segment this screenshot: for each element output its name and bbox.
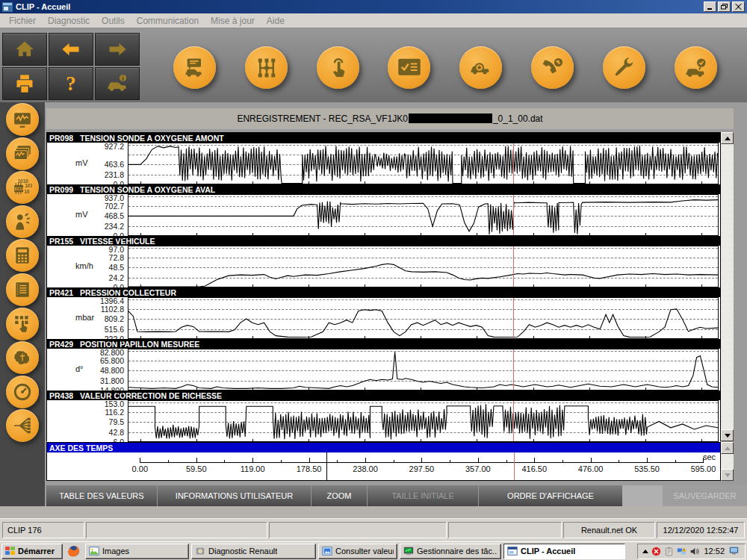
ecu-data-button[interactable]: 101010110ECU [6,171,39,204]
help-button[interactable]: ? [49,67,93,100]
action-informations-utilisateur[interactable]: INFORMATIONS UTILISATEUR [157,485,311,506]
network-warning-icon[interactable]: ! [677,547,686,556]
chart-plot[interactable] [128,194,719,236]
axis-tick-label: 234.2 [105,222,124,231]
chart-unit: mV [75,210,88,219]
menu-communication[interactable]: Communication [131,16,205,26]
menu-aide[interactable]: Aide [261,16,291,26]
printer-icon [13,73,36,94]
security-alert-icon[interactable] [651,547,661,556]
chart-axis-labels: km/h97.072.848.524.20.0 [47,246,128,287]
keypad-input-button[interactable] [6,308,39,340]
chart-plot[interactable] [128,143,719,184]
phone-support-button[interactable] [531,46,574,89]
taskbar-item-images[interactable]: Images [85,544,189,559]
axis-tick-label: 0.0 [113,231,124,240]
time-scroll-up-button[interactable] [721,442,734,454]
scrollbar-track[interactable] [721,144,734,429]
menu-mise-jour[interactable]: Mise à jour [205,16,261,26]
checklist-icon [397,57,421,79]
time-tick [252,458,253,463]
chart-plot[interactable] [128,297,719,339]
action-ordre-d-affichage[interactable]: ORDRE D'AFFICHAGE [478,485,622,506]
volume-icon[interactable] [689,547,699,556]
back-button[interactable] [49,33,93,66]
menu-outils[interactable]: Outils [96,16,131,26]
vehicle-report-button[interactable] [173,46,216,89]
time-tick [647,458,648,463]
chart-plot[interactable] [128,246,719,287]
calculator-button[interactable] [6,239,39,272]
clipboard-icon[interactable] [664,547,674,556]
start-button[interactable]: Démarrer [1,544,63,559]
chart-code: PR429 [49,340,73,349]
taskbar-item-diag[interactable]: Diagnostic Renault [191,544,316,559]
system-tray: !12:52 [637,544,746,559]
chart-plot[interactable] [128,349,719,391]
waveform [128,349,718,390]
waveform-display-button[interactable] [6,103,39,136]
svg-text:ECU: ECU [14,187,23,191]
repair-tools-button[interactable] [603,46,645,89]
menu-fichier[interactable]: Fichier [3,16,42,26]
forward-button[interactable] [95,33,140,66]
taskbar-item-viewer[interactable]: Consulter valeurs.pn... [318,544,397,559]
car-scan-icon [469,57,493,79]
scroll-up-button[interactable] [721,132,734,144]
axis-tick-label: 72.8 [109,253,124,262]
time-tick [421,458,422,463]
gearbox-test-button[interactable] [245,46,288,89]
show-desktop-icon[interactable] [729,546,740,557]
axis-tick-label: 702.7 [105,202,124,211]
chart-cursor [513,195,514,235]
time-axis-scrollbar[interactable] [721,442,734,481]
tray-expand-icon[interactable] [642,550,648,553]
axis-tick-label: 0.0 [113,283,124,292]
firefox-icon[interactable] [66,544,82,559]
vehicle-info-button[interactable]: i [95,67,140,100]
checklist-button[interactable] [388,46,430,89]
home-button[interactable] [2,33,47,66]
recording-title-prefix: ENREGISTREMENT - REC_RSA_VF1JK0 [237,113,408,124]
chart-pr098: PR098TENSION SONDE A OXYGENE AMONTmV927.… [47,133,720,184]
chart-code: PR438 [49,391,73,400]
dashboard-button[interactable] [6,376,39,408]
scroll-down-button[interactable] [721,429,734,441]
manual-command-button[interactable] [317,46,359,89]
title-bar[interactable]: CLIP - Accueil [0,0,747,13]
time-minor-tick [562,460,563,463]
expert-mode-button[interactable] [6,341,39,374]
charts-scrollbar[interactable] [721,132,734,441]
action-zoom[interactable]: ZOOM [311,485,367,506]
print-button[interactable] [2,67,47,100]
wiring-button[interactable] [6,409,39,442]
axis-tick-label: 515.6 [105,325,124,334]
report-button[interactable] [6,273,39,306]
time-minor-tick [168,460,169,463]
action-table-des-valeurs[interactable]: TABLE DES VALEURS [46,485,157,506]
taskbar-item-taskmgr[interactable]: Gestionnaire des tâc... [400,544,501,559]
axis-tick-label: 14.800 [100,386,124,395]
chart-unit: d° [75,364,84,373]
close-button[interactable] [732,1,745,12]
chart-code: PR421 [49,288,73,297]
multi-graph-button[interactable] [6,137,39,170]
time-scroll-down-button[interactable] [721,469,734,481]
clipwin-icon [507,546,518,556]
menu-diagnostic[interactable]: Diagnostic [42,16,96,26]
chart-title-bar: PR421PRESSION COLLECTEUR [47,287,720,297]
airbag-button[interactable] [6,205,39,238]
chart-unit: mV [75,158,88,167]
vehicle-scan-button[interactable] [459,46,502,89]
vehicle-validation-button[interactable] [675,46,717,89]
restore-button[interactable] [718,1,731,12]
chart-plot[interactable] [128,400,719,442]
time-axis-header: AXE DES TEMPS [47,443,720,452]
time-axis-area[interactable]: sec 0.0059.50119.00178.50238.00297.50357… [47,452,720,480]
taskbar-item-clipwin[interactable]: CLIP - Accueil [503,544,625,559]
recording-title-suffix: _0_1_00.dat [493,113,543,124]
calculator-icon [13,246,32,265]
chart-name: TENSION SONDE A OXYGENE AVAL [80,185,215,194]
minimize-button[interactable] [704,1,716,12]
time-tick [140,458,140,463]
